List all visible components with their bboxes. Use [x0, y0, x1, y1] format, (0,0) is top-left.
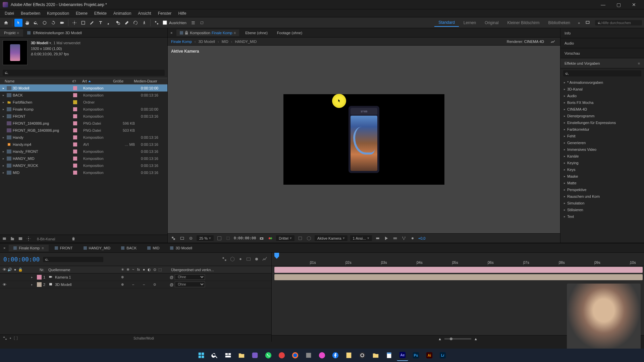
layer-bar-comp[interactable] — [274, 274, 643, 280]
eraser-tool[interactable] — [123, 19, 131, 27]
effect-category[interactable]: ▸Rauschen und Korn — [560, 193, 644, 200]
timeline-timecode[interactable]: 0:00:00:00 — [3, 256, 40, 263]
workspace-original[interactable]: Original — [481, 19, 502, 26]
layer-bar-camera[interactable] — [274, 267, 643, 273]
effects-panel-tab[interactable]: Effekte und Vorgaben≡ — [560, 58, 644, 68]
anchor-tool[interactable] — [70, 19, 78, 27]
eye-toggle[interactable]: 👁 — [2, 282, 7, 287]
parent-dropdown[interactable]: Ohne — [175, 274, 205, 280]
project-item[interactable]: ▸BACKKomposition0:00:13:16 — [0, 92, 167, 99]
effect-category[interactable]: ▸Stilisieren — [560, 206, 644, 213]
menu-bearbeiten[interactable]: Bearbeiten — [17, 10, 44, 17]
pickwhip-icon[interactable]: @ — [170, 275, 173, 279]
align-checkbox[interactable] — [163, 20, 167, 25]
menu-ansicht[interactable]: Ansicht — [135, 10, 154, 17]
preview-panel-tab[interactable]: Vorschau — [560, 48, 644, 58]
zoom-tool[interactable] — [32, 19, 40, 27]
interpret-footage-button[interactable] — [2, 236, 7, 242]
timeline-layer[interactable]: 👁▸23D Modell⊕––⊙@Ohne — [0, 281, 271, 288]
roto-tool[interactable] — [131, 19, 140, 27]
project-item[interactable]: ▸FRONTKomposition0:00:13:16 — [0, 113, 167, 120]
breadcrumb-2[interactable]: MID — [222, 40, 228, 44]
snapshot-button[interactable] — [259, 235, 265, 241]
effect-category[interactable]: ▸Fehlt — [560, 133, 644, 139]
effect-category[interactable]: ▸Einstellungen für Expressions — [560, 119, 644, 126]
taskbar-search[interactable] — [209, 350, 220, 361]
menu-komposition[interactable]: Komposition — [44, 10, 72, 17]
zoom-out-icon[interactable]: ▲ — [438, 337, 442, 341]
snap-toggle[interactable] — [153, 19, 161, 27]
roi-button[interactable] — [225, 235, 231, 241]
renderer-options[interactable] — [549, 38, 557, 46]
expand-button[interactable] — [8, 336, 13, 341]
workspace-search-icon[interactable] — [584, 19, 592, 27]
effect-controls-tab[interactable]: Effekteinstellungen 3D Modell — [23, 29, 86, 37]
effect-category[interactable]: ▸Boris FX Mocha — [560, 99, 644, 106]
effect-category[interactable]: ▸Generieren — [560, 139, 644, 146]
taskbar-taskview[interactable] — [222, 350, 234, 361]
timeline-button[interactable] — [392, 235, 398, 241]
workspace-lernen[interactable]: Lernen — [460, 19, 480, 26]
toggle-switches-button[interactable] — [3, 336, 8, 341]
camera-tool[interactable] — [58, 19, 66, 27]
project-item[interactable]: ▸3D ModellKomposition0:00:10:00 — [0, 84, 167, 92]
exposure-reset-button[interactable] — [410, 235, 416, 241]
project-settings-button[interactable] — [26, 236, 32, 242]
project-item[interactable]: ▸HANDY_MIDKomposition0:00:13:16 — [0, 155, 167, 162]
comp-mini-flowchart-button[interactable] — [222, 256, 228, 262]
layer-tab[interactable]: Ebene (ohne) — [242, 29, 271, 36]
project-item[interactable]: FRONT_1840886.pngPNG-Datei596 KB — [0, 120, 167, 127]
breadcrumb-0[interactable]: Finale Komp — [171, 40, 192, 44]
comp-tab-close[interactable]: × — [169, 29, 174, 36]
project-item[interactable]: ▸Finale KompKomposition0:00:10:00 — [0, 106, 167, 113]
menu-ebene[interactable]: Ebene — [72, 10, 91, 17]
workspace-standard[interactable]: Standard — [434, 19, 459, 27]
timeline-tab[interactable]: HANDY_MID — [79, 245, 115, 251]
comp-tab[interactable]: Komposition Finale Komp ≡ — [176, 29, 239, 36]
preview-timecode[interactable]: 0:00:00:00 — [234, 236, 256, 240]
mask-button[interactable] — [188, 235, 194, 241]
taskbar-notepad[interactable] — [383, 350, 395, 361]
taskbar-messenger[interactable] — [316, 350, 328, 361]
effect-category[interactable]: ▸Immersives Video — [560, 146, 644, 153]
breadcrumb-1[interactable]: 3D Modell — [198, 40, 215, 44]
views-dropdown[interactable]: 1 Ansi... ▾ — [350, 235, 372, 241]
shy-button[interactable] — [238, 256, 244, 262]
project-item[interactable]: ▸MIDKomposition0:00:13:16 — [0, 169, 167, 176]
effect-category[interactable]: ▸* Animationsvorgaben — [560, 79, 644, 86]
parent-dropdown[interactable]: Ohne — [175, 282, 205, 287]
effects-list[interactable]: ▸* Animationsvorgaben▸3D-Kanal▸Audio▸Bor… — [560, 78, 644, 243]
pen-tool[interactable] — [88, 19, 96, 27]
project-item[interactable]: ▸Handy_FRONTKomposition0:00:13:16 — [0, 148, 167, 155]
fast-preview-button[interactable] — [383, 235, 389, 241]
taskbar-start[interactable] — [196, 350, 207, 361]
close-button[interactable]: ✕ — [627, 0, 641, 9]
camera-dropdown[interactable]: Aktive Kamera ▾ — [315, 235, 347, 241]
home-button[interactable] — [2, 19, 10, 27]
timeline-layer[interactable]: ▸1Kamera 1⊕@Ohne — [0, 274, 271, 281]
taskbar-folder[interactable] — [370, 350, 381, 361]
draft-3d-button[interactable] — [230, 256, 236, 262]
effect-category[interactable]: ▸Dienstprogramm — [560, 113, 644, 119]
resolution-button[interactable] — [216, 235, 222, 241]
project-item[interactable]: ▸FarbflächenOrdner — [0, 99, 167, 106]
effect-category[interactable]: ▸Maske — [560, 173, 644, 180]
snap-options[interactable] — [189, 19, 197, 27]
clone-tool[interactable] — [114, 19, 122, 27]
menu-animation[interactable]: Animation — [110, 10, 135, 17]
effect-category[interactable]: ▸Farbkorrektur — [560, 126, 644, 133]
taskbar-app-red[interactable] — [276, 350, 287, 361]
channel-button[interactable] — [179, 235, 185, 241]
info-panel-tab[interactable]: Info — [560, 28, 644, 38]
menu-datei[interactable]: Datei — [1, 10, 17, 17]
workspace-kleiner[interactable]: Kleiner Bildschirm — [503, 19, 544, 26]
effect-category[interactable]: ▸Perspektive — [560, 186, 644, 193]
hand-tool[interactable] — [23, 19, 31, 27]
taskbar-notes[interactable] — [343, 350, 355, 361]
alpha-button[interactable] — [170, 235, 176, 241]
effects-search[interactable] — [563, 70, 641, 76]
breadcrumb-3[interactable]: HANDY_MID — [235, 40, 257, 44]
taskbar-app-purple[interactable] — [249, 350, 261, 361]
pixel-aspect-button[interactable] — [375, 235, 381, 241]
minimize-button[interactable]: ― — [596, 0, 610, 9]
